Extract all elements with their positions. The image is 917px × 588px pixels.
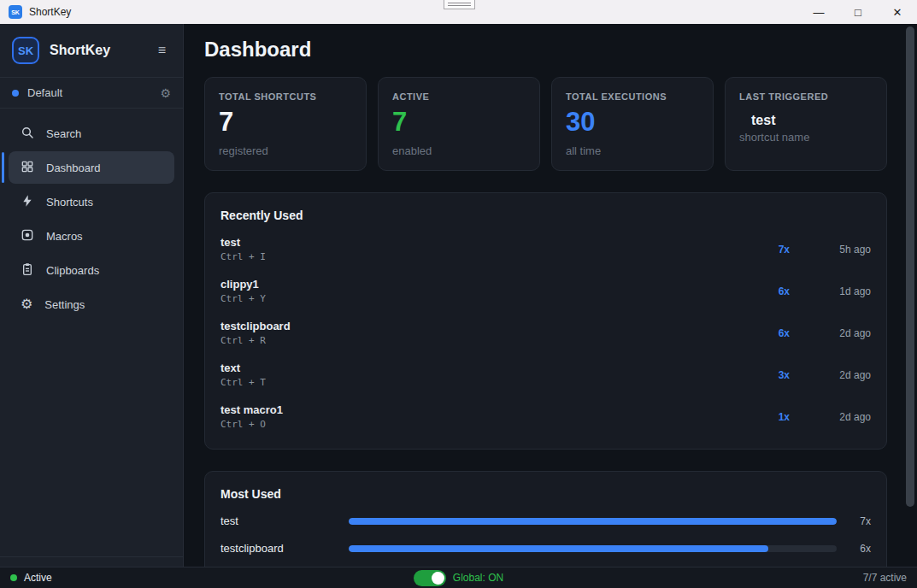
sidebar-item-label: Clipboards xyxy=(46,264,99,277)
shortcut-keys: Ctrl + I xyxy=(220,251,755,262)
app-name: ShortKey xyxy=(50,43,153,58)
usage-count: 6x xyxy=(837,543,871,555)
section-title: Most Used xyxy=(220,487,871,501)
window-title: ShortKey xyxy=(29,6,71,18)
shortcut-name: test xyxy=(220,514,349,527)
last-used-time: 1d ago xyxy=(790,285,871,297)
sidebar-item-label: Search xyxy=(46,127,81,140)
status-dot xyxy=(10,574,17,581)
stat-value: 30 xyxy=(566,109,699,137)
most-used-row: test 7x xyxy=(220,514,871,527)
profile-name: Default xyxy=(27,86,160,99)
shortcut-name: testclipboard xyxy=(220,320,755,332)
shortcut-name: testclipboard xyxy=(220,542,349,555)
maximize-button[interactable]: □ xyxy=(838,0,878,24)
sidebar-item-dashboard[interactable]: Dashboard xyxy=(9,151,174,184)
status-text: Active xyxy=(24,572,52,584)
shortcut-name: test macro1 xyxy=(220,403,755,416)
stat-sub: shortcut name xyxy=(739,131,873,144)
global-toggle-label: Global: ON xyxy=(453,572,503,584)
shortcut-name: text xyxy=(220,362,755,374)
last-used-time: 2d ago xyxy=(790,327,871,339)
sidebar-item-label: Settings xyxy=(44,298,85,311)
sidebar-item-label: Shortcuts xyxy=(46,196,93,209)
recently-used-card: Recently Used test Ctrl + I 7x 5h ago cl… xyxy=(204,192,887,450)
usage-count: 3x xyxy=(755,369,790,381)
most-used-row: testclipboard 6x xyxy=(220,542,871,555)
usage-count: 6x xyxy=(755,327,790,339)
usage-count: 1x xyxy=(755,411,790,423)
minimize-button[interactable]: — xyxy=(799,0,838,24)
app-icon: SK xyxy=(9,5,22,19)
stat-sub: registered xyxy=(219,144,352,157)
recent-item[interactable]: test Ctrl + I 7x 5h ago xyxy=(220,236,871,262)
profile-status-dot xyxy=(12,90,19,97)
section-title: Recently Used xyxy=(220,209,871,222)
menu-toggle-icon[interactable]: ≡ xyxy=(153,41,171,60)
recent-item[interactable]: test macro1 Ctrl + O 1x 2d ago xyxy=(220,403,871,430)
stat-sub: enabled xyxy=(392,144,526,157)
sidebar-item-search[interactable]: Search xyxy=(9,117,174,150)
stat-card-total-shortcuts: TOTAL SHORTCUTS 7 registered xyxy=(204,77,367,171)
dashboard-icon xyxy=(21,160,34,176)
page-title: Dashboard xyxy=(204,38,887,62)
main-content: Dashboard TOTAL SHORTCUTS 7 registered A… xyxy=(184,24,917,588)
app-window: SK ShortKey — □ ✕ SK ShortKey ≡ Default … xyxy=(0,0,917,588)
stat-value: test xyxy=(739,114,873,128)
last-used-time: 2d ago xyxy=(790,411,871,423)
recent-item[interactable]: testclipboard Ctrl + R 6x 2d ago xyxy=(220,320,871,346)
sidebar-item-label: Macros xyxy=(46,230,83,243)
stat-value: 7 xyxy=(219,109,352,137)
usage-count: 7x xyxy=(755,244,790,256)
shortcut-keys: Ctrl + Y xyxy=(220,293,755,304)
active-count: 7/7 active xyxy=(650,572,907,584)
profile-gear-icon[interactable]: ⚙ xyxy=(160,86,171,100)
toggle-knob xyxy=(432,572,444,585)
sidebar-item-clipboards[interactable]: Clipboards xyxy=(9,254,174,286)
stat-sub: all time xyxy=(566,144,699,157)
macro-icon xyxy=(21,228,34,244)
shortcut-keys: Ctrl + R xyxy=(220,335,755,346)
usage-bar-track xyxy=(349,518,837,525)
stat-cards: TOTAL SHORTCUTS 7 registered ACTIVE 7 en… xyxy=(204,77,887,171)
shortcut-keys: Ctrl + T xyxy=(220,377,755,388)
usage-count: 7x xyxy=(837,515,871,527)
global-toggle[interactable] xyxy=(414,570,446,586)
scrollbar-thumb[interactable] xyxy=(906,26,914,507)
sidebar-nav: Search Dashboard Shortcuts xyxy=(0,109,183,329)
stat-card-total-executions: TOTAL EXECUTIONS 30 all time xyxy=(551,77,714,171)
sidebar: SK ShortKey ≡ Default ⚙ Search xyxy=(0,24,184,588)
shortcut-keys: Ctrl + O xyxy=(220,419,755,430)
app-logo: SK xyxy=(12,37,39,64)
stat-card-last-triggered: LAST TRIGGERED test shortcut name xyxy=(725,77,887,171)
usage-bar-track xyxy=(349,545,837,552)
stat-card-active: ACTIVE 7 enabled xyxy=(378,77,540,171)
sidebar-item-macros[interactable]: Macros xyxy=(9,220,174,252)
titlebar[interactable]: SK ShortKey — □ ✕ xyxy=(0,0,917,24)
last-used-time: 2d ago xyxy=(790,369,871,381)
recent-item[interactable]: text Ctrl + T 3x 2d ago xyxy=(220,362,871,388)
usage-bar-fill xyxy=(349,545,768,552)
search-icon xyxy=(21,126,34,142)
stat-value: 7 xyxy=(392,109,526,137)
usage-bar-fill xyxy=(349,518,837,525)
clipboard-icon xyxy=(21,262,34,279)
shortcut-name: clippy1 xyxy=(220,278,755,291)
snap-layout-indicator[interactable] xyxy=(444,0,475,9)
shortcut-name: test xyxy=(220,236,755,249)
recent-item[interactable]: clippy1 Ctrl + Y 6x 1d ago xyxy=(220,278,871,304)
stat-label: LAST TRIGGERED xyxy=(739,91,873,102)
close-button[interactable]: ✕ xyxy=(878,0,917,24)
last-used-time: 5h ago xyxy=(790,244,871,256)
usage-count: 6x xyxy=(755,285,790,297)
sidebar-item-shortcuts[interactable]: Shortcuts xyxy=(9,185,174,218)
stat-label: ACTIVE xyxy=(392,91,526,102)
sidebar-item-settings[interactable]: ⚙ Settings xyxy=(9,288,174,320)
sidebar-item-label: Dashboard xyxy=(46,162,101,174)
stat-label: TOTAL EXECUTIONS xyxy=(566,91,699,102)
gear-icon: ⚙ xyxy=(21,297,32,311)
status-bar: Active Global: ON 7/7 active xyxy=(0,567,917,588)
stat-label: TOTAL SHORTCUTS xyxy=(219,91,352,102)
lightning-icon xyxy=(21,194,34,210)
profile-row[interactable]: Default ⚙ xyxy=(0,78,183,108)
